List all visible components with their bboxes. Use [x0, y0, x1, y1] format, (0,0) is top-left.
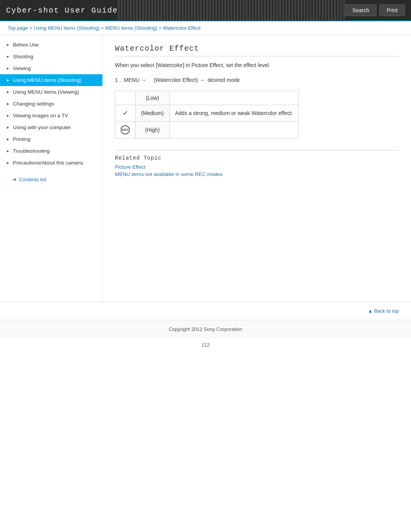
contents-link-label: Contents list [19, 177, 46, 182]
sidebar-item-label: Shooting [13, 54, 33, 59]
page-title: Watercolor Effect [115, 44, 399, 56]
chevron-right-icon: ► [6, 161, 10, 165]
sidebar-item-label: Printing [13, 136, 30, 142]
medium-icon-cell: ✓ [115, 105, 135, 121]
sidebar-item-label: Using with your computer [13, 125, 71, 130]
chevron-right-icon: ► [6, 43, 10, 47]
sidebar-item-label: Before Use [13, 42, 39, 48]
breadcrumb-using-menu-shooting[interactable]: Using MENU items (Shooting) [33, 25, 99, 31]
breadcrumb-menu-items-shooting[interactable]: MENU items (Shooting) [105, 25, 158, 31]
description-text: When you select [Watercolor] in Picture … [115, 61, 399, 69]
breadcrumb: Top page > Using MENU items (Shooting) >… [0, 21, 411, 35]
sidebar-item-printing[interactable]: ► Printing [0, 133, 102, 145]
table-row-medium: ✓ (Medium) Adds a strong, medium or weak… [115, 105, 299, 121]
arrow-right-icon: ➔ [12, 176, 17, 182]
step-text: 1 . MENU → (Watercolor Effect) → desired… [115, 77, 240, 83]
sidebar-item-label: Using MENU items (Shooting) [13, 77, 81, 83]
chevron-right-icon: ► [6, 102, 10, 106]
sidebar-item-troubleshooting[interactable]: ► Troubleshooting [0, 145, 102, 157]
sidebar-item-label: Viewing images on a TV [13, 113, 68, 118]
wrc-icon: wrc [121, 125, 130, 134]
footer: Copyright 2012 Sony Corporation [0, 320, 411, 338]
header: Cyber-shot User Guide Search Print [0, 0, 411, 21]
header-stripes [118, 0, 345, 21]
sidebar-item-shooting[interactable]: ► Shooting [0, 51, 102, 62]
high-label-cell: (High) [135, 121, 170, 139]
contents-list-link[interactable]: ➔ Contents list [6, 173, 96, 186]
sidebar-item-before-use[interactable]: ► Before Use [0, 39, 102, 51]
breadcrumb-watercolor-effect[interactable]: Watercolor Effect [163, 25, 201, 31]
sidebar-item-label: Troubleshooting [13, 148, 49, 154]
related-link-picture-effect[interactable]: Picture Effect [115, 164, 399, 170]
chevron-right-icon: ► [6, 66, 10, 70]
sidebar-item-label: Precautions/About this camera [13, 160, 83, 166]
checkmark-icon: ✓ [123, 109, 128, 117]
sidebar-item-label: Using MENU items (Viewing) [13, 89, 79, 95]
sidebar-item-label: Changing settings [13, 101, 54, 107]
chevron-right-icon: ► [6, 125, 10, 129]
chevron-right-icon: ► [6, 149, 10, 153]
chevron-right-icon: ► [6, 90, 10, 94]
related-link-menu-items-unavailable[interactable]: MENU items not available in some REC mod… [115, 171, 399, 177]
high-icon-cell: wrc [115, 121, 135, 139]
related-topic-title: Related Topic [115, 155, 399, 161]
medium-desc-cell: Adds a strong, medium or weak Watercolor… [170, 105, 299, 121]
low-label-cell: (Low) [135, 91, 170, 105]
chevron-right-icon: ► [6, 113, 10, 118]
sidebar-item-changing-settings[interactable]: ► Changing settings [0, 98, 102, 110]
page-number: 112 [0, 338, 411, 351]
app-title: Cyber-shot User Guide [6, 6, 118, 15]
svg-rect-2 [118, 0, 345, 21]
print-button[interactable]: Print [379, 5, 405, 16]
related-topic-section: Related Topic Picture Effect MENU items … [115, 150, 399, 177]
table-row-low: (Low) [115, 91, 299, 105]
effect-table: (Low) ✓ (Medium) Adds a strong, medium o… [115, 91, 299, 139]
low-icon-cell [115, 91, 135, 105]
table-row-high: wrc (High) [115, 121, 299, 139]
low-desc-cell [170, 91, 299, 105]
chevron-right-icon: ► [6, 54, 10, 59]
medium-label-cell: (Medium) [135, 105, 170, 121]
back-to-top-link[interactable]: ▲ Back to top [0, 302, 411, 320]
content-layout: ► Before Use ► Shooting ► Viewing ► Usin… [0, 35, 411, 302]
chevron-right-icon: ► [6, 137, 10, 141]
sidebar-item-viewing[interactable]: ► Viewing [0, 62, 102, 74]
sidebar-item-label: Viewing [13, 66, 31, 71]
sidebar: ► Before Use ► Shooting ► Viewing ► Usin… [0, 35, 103, 302]
breadcrumb-top[interactable]: Top page [8, 25, 28, 31]
main-content: Watercolor Effect When you select [Water… [103, 35, 411, 302]
sidebar-item-viewing-images-tv[interactable]: ► Viewing images on a TV [0, 110, 102, 121]
chevron-right-icon: ► [6, 78, 10, 82]
sidebar-item-using-menu-viewing[interactable]: ► Using MENU items (Viewing) [0, 86, 102, 98]
copyright-text: Copyright 2012 Sony Corporation [169, 326, 242, 332]
sidebar-item-using-menu-shooting[interactable]: ► Using MENU items (Shooting) [0, 74, 102, 86]
header-actions: Search Print [345, 5, 405, 16]
search-button[interactable]: Search [345, 5, 376, 16]
sidebar-item-precautions[interactable]: ► Precautions/About this camera [0, 157, 102, 169]
high-desc-cell [170, 121, 299, 139]
step-instruction: 1 . MENU → (Watercolor Effect) → desired… [115, 77, 399, 83]
sidebar-item-using-computer[interactable]: ► Using with your computer [0, 121, 102, 133]
